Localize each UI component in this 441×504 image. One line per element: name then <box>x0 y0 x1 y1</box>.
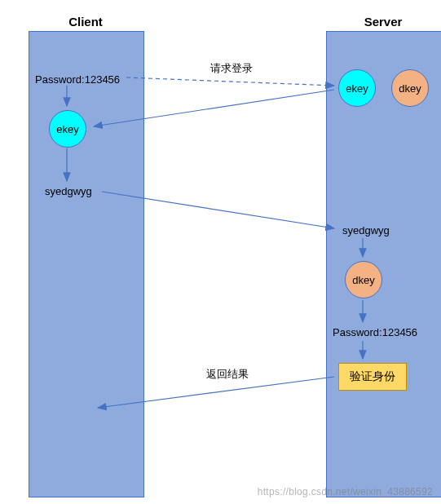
svg-line-1 <box>126 77 334 86</box>
server-password-label: Password:123456 <box>333 326 417 338</box>
client-ekey-circle: ekey <box>49 110 86 148</box>
server-dkey-mid-circle: dkey <box>345 261 382 298</box>
client-password-label: Password:123456 <box>35 73 120 86</box>
return-result-label: 返回结果 <box>206 367 249 382</box>
verify-identity-box: 验证身份 <box>338 363 407 391</box>
request-login-label: 请求登录 <box>210 61 253 76</box>
client-lane <box>29 31 144 497</box>
server-ekey-circle: ekey <box>338 69 376 107</box>
server-dkey-top-circle: dkey <box>391 69 429 107</box>
watermark-text: https://blog.csdn.net/weixin_43886592 <box>258 486 433 497</box>
server-encrypted-label: syedgwyg <box>342 224 390 237</box>
client-encrypted-label: syedgwyg <box>45 185 92 197</box>
server-header: Server <box>326 15 440 29</box>
client-header: Client <box>29 15 143 29</box>
